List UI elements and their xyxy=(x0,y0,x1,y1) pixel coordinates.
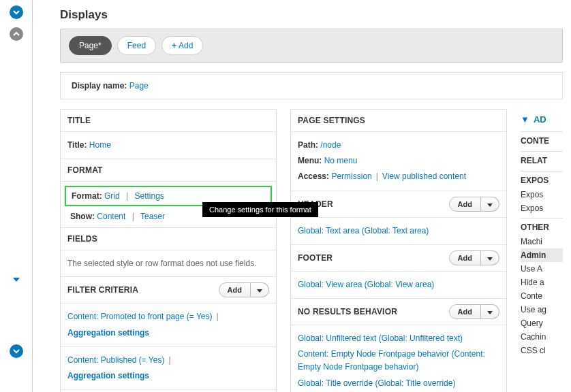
page-settings-heading: PAGE SETTINGS xyxy=(298,116,365,125)
tab-add-label: Add xyxy=(179,41,193,50)
menu-value[interactable]: No menu xyxy=(324,156,358,165)
title-heading: TITLE xyxy=(67,116,91,125)
caret-down-icon xyxy=(487,203,493,207)
footer-add-button[interactable]: Add xyxy=(449,250,481,265)
access-detail[interactable]: View published content xyxy=(382,172,466,181)
right-section-heading: OTHER xyxy=(521,218,563,235)
chevron-up-circle-icon[interactable] xyxy=(10,27,23,41)
left-config-column: TITLE Title: Home FORMAT Format: Grid xyxy=(60,109,277,392)
access-value[interactable]: Permission xyxy=(331,172,371,181)
format-heading: FORMAT xyxy=(67,165,103,175)
tooltip: Change settings for this format xyxy=(202,202,318,217)
footer-item-0[interactable]: Global: View area (Global: View area) xyxy=(298,280,434,289)
display-name-value[interactable]: Page xyxy=(129,81,149,91)
footer-heading: FOOTER xyxy=(298,253,333,263)
chevron-down-circle-icon[interactable] xyxy=(10,5,23,19)
menu-label: Menu: xyxy=(298,156,322,165)
access-label: Access: xyxy=(298,172,329,181)
tab-feed[interactable]: Feed xyxy=(117,36,156,55)
caret-down-icon xyxy=(487,311,493,314)
format-label: Format: xyxy=(72,191,102,201)
nores-item-0[interactable]: Global: Unfiltered text (Global: Unfilte… xyxy=(298,333,463,343)
show-label: Show: xyxy=(70,212,95,221)
header-item-0[interactable]: Global: Text area (Global: Text area) xyxy=(298,226,429,235)
format-value[interactable]: Grid xyxy=(104,191,120,201)
show-value[interactable]: Content xyxy=(97,212,125,221)
footer-add-dropdown[interactable] xyxy=(481,250,499,265)
right-item[interactable]: Hide a xyxy=(521,276,563,289)
advanced-label: AD xyxy=(534,114,546,125)
nores-heading: NO RESULTS BEHAVIOR xyxy=(298,307,397,316)
displays-toolbar: Page* Feed +Add xyxy=(60,29,563,63)
display-name-label: Display name: xyxy=(72,81,127,91)
right-item[interactable]: Cachin xyxy=(521,330,563,344)
right-section-heading: EXPOS xyxy=(521,171,563,188)
format-highlight-box: Format: Grid | Settings Change settings … xyxy=(65,186,272,206)
chevron-down-circle-icon-2[interactable] xyxy=(10,344,23,358)
right-item[interactable]: Conte xyxy=(521,289,563,303)
agg-settings-link[interactable]: Aggregation settings xyxy=(67,371,149,380)
right-item[interactable]: Machi xyxy=(521,235,563,248)
display-name-row: Display name: Page xyxy=(60,72,563,99)
right-item[interactable]: Admin xyxy=(521,248,563,262)
nores-add-dropdown[interactable] xyxy=(481,304,499,319)
right-item[interactable]: Use A xyxy=(521,262,563,276)
right-item[interactable]: Query xyxy=(521,316,563,330)
right-section-heading: RELAT xyxy=(521,151,563,168)
show-detail[interactable]: Teaser xyxy=(140,212,165,221)
caret-down-icon xyxy=(257,289,262,293)
tab-page[interactable]: Page* xyxy=(69,36,112,55)
nores-item-1[interactable]: Content: Empty Node Frontpage behavior (… xyxy=(298,349,485,372)
tab-add[interactable]: +Add xyxy=(161,36,203,55)
filter-add-button[interactable]: Add xyxy=(219,282,251,297)
right-item[interactable]: CSS cl xyxy=(521,344,563,357)
page-title: Displays xyxy=(60,0,571,29)
path-label: Path: xyxy=(298,140,318,150)
nores-add-button[interactable]: Add xyxy=(449,304,481,319)
fields-heading: FIELDS xyxy=(67,234,97,244)
nores-item-2[interactable]: Global: Title override (Global: Title ov… xyxy=(298,378,455,388)
right-item[interactable]: Use ag xyxy=(521,303,563,316)
header-add-button[interactable]: Add xyxy=(449,197,481,212)
filter-heading: FILTER CRITERIA xyxy=(67,285,138,295)
right-sidebar: ▼ AD CONTERELATEXPOSExposExposOTHERMachi… xyxy=(521,109,563,392)
filter-add-split: Add xyxy=(219,282,269,297)
title-value[interactable]: Home xyxy=(89,140,111,150)
header-add-dropdown[interactable] xyxy=(481,197,499,212)
caret-down-icon xyxy=(487,257,493,261)
path-value[interactable]: /node xyxy=(320,140,341,150)
fields-note: The selected style or row format does no… xyxy=(67,256,269,271)
right-item[interactable]: Expos xyxy=(521,201,563,215)
right-section-heading: CONTE xyxy=(521,131,563,148)
filter-item-0[interactable]: Content: Promoted to front page (= Yes) xyxy=(67,312,212,321)
filter-add-dropdown[interactable] xyxy=(251,282,269,297)
agg-settings-link[interactable]: Aggregation settings xyxy=(67,328,149,338)
title-label: Title: xyxy=(67,140,87,150)
advanced-toggle[interactable]: ▼ AD xyxy=(521,109,563,129)
right-item[interactable]: Expos xyxy=(521,188,563,201)
filter-item-1[interactable]: Content: Published (= Yes) xyxy=(67,355,164,365)
plus-icon: + xyxy=(172,41,176,50)
format-settings-link[interactable]: Settings xyxy=(135,191,164,201)
mid-config-column: PAGE SETTINGS Path: /node Menu: No menu … xyxy=(290,109,507,392)
expand-down-icon[interactable] xyxy=(13,278,20,282)
